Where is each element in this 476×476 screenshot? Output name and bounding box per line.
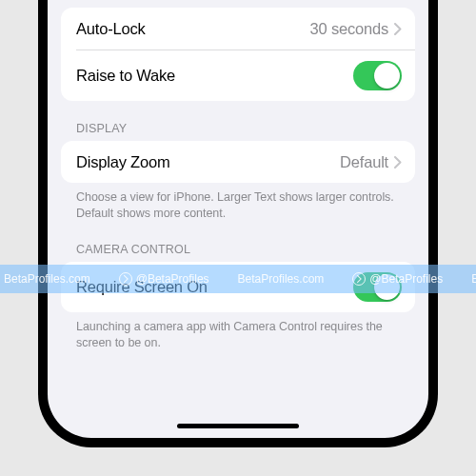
watermark-text: BetaProfiles.com [471, 272, 476, 286]
settings-group-display: Display Zoom Default [61, 141, 415, 183]
section-footer-camera: Launching a camera app with Camera Contr… [61, 312, 415, 351]
screen: Auto-Lock 30 seconds Raise to Wake DISPL… [48, 0, 428, 438]
auto-lock-label: Auto-Lock [76, 20, 146, 38]
row-raise-to-wake: Raise to Wake [76, 50, 415, 101]
raise-to-wake-switch[interactable] [353, 61, 402, 90]
chevron-right-icon [394, 23, 402, 35]
row-auto-lock[interactable]: Auto-Lock 30 seconds [61, 8, 415, 50]
auto-lock-value: 30 seconds [310, 20, 388, 38]
home-indicator[interactable] [177, 424, 299, 428]
require-screen-on-switch[interactable] [353, 272, 402, 302]
display-zoom-label: Display Zoom [76, 153, 169, 171]
raise-to-wake-label: Raise to Wake [76, 67, 175, 85]
display-zoom-value: Default [340, 153, 388, 171]
require-screen-on-label: Require Screen On [76, 278, 208, 296]
settings-group-camera: Require Screen On [61, 262, 415, 312]
row-display-zoom[interactable]: Display Zoom Default [61, 141, 415, 183]
section-header-camera: CAMERA CONTROL [61, 222, 415, 262]
section-footer-display: Choose a view for iPhone. Larger Text sh… [61, 183, 415, 222]
row-require-screen-on: Require Screen On [61, 262, 415, 312]
section-header-display: DISPLAY [61, 101, 415, 141]
device-frame: Auto-Lock 30 seconds Raise to Wake DISPL… [38, 0, 438, 447]
settings-group-lock: Auto-Lock 30 seconds Raise to Wake [61, 8, 415, 101]
chevron-right-icon [394, 156, 402, 169]
